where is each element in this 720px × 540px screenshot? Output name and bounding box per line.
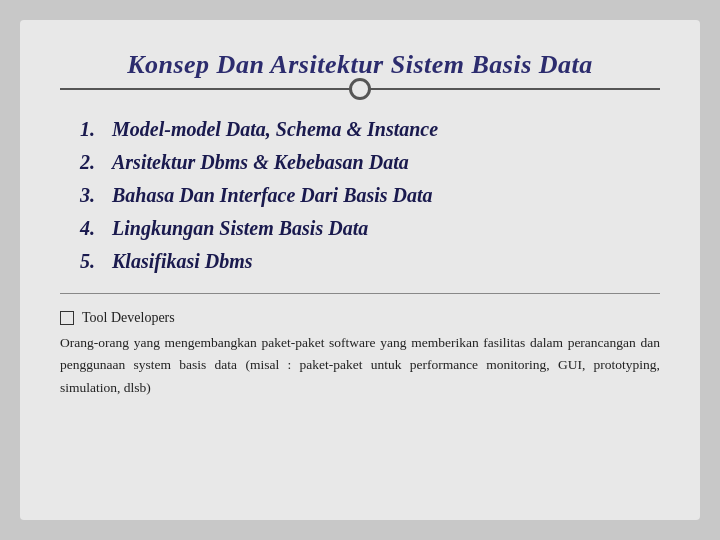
tool-description: Orang-orang yang mengembangkan paket-pak… xyxy=(60,332,660,399)
list-number: 4. xyxy=(80,217,112,240)
title-circle-decoration xyxy=(349,78,371,100)
checkbox-icon xyxy=(60,311,74,325)
list-item-text: Bahasa Dan Interface Dari Basis Data xyxy=(112,184,433,207)
list-item-text: Arsitektur Dbms & Kebebasan Data xyxy=(112,151,409,174)
list-item: 4.Lingkungan Sistem Basis Data xyxy=(80,217,660,240)
list-item-text: Model-model Data, Schema & Instance xyxy=(112,118,438,141)
slide-container: Konsep Dan Arsitektur Sistem Basis Data … xyxy=(20,20,700,520)
list-number: 1. xyxy=(80,118,112,141)
list-number: 2. xyxy=(80,151,112,174)
list-number: 5. xyxy=(80,250,112,273)
list-item: 1.Model-model Data, Schema & Instance xyxy=(80,118,660,141)
list-item-text: Klasifikasi Dbms xyxy=(112,250,253,273)
list-item: 2.Arsitektur Dbms & Kebebasan Data xyxy=(80,151,660,174)
tool-header: Tool Developers xyxy=(60,310,660,326)
title-section: Konsep Dan Arsitektur Sistem Basis Data xyxy=(60,50,660,90)
list-section: 1.Model-model Data, Schema & Instance2.A… xyxy=(80,118,660,273)
slide-title: Konsep Dan Arsitektur Sistem Basis Data xyxy=(60,50,660,80)
list-item: 3.Bahasa Dan Interface Dari Basis Data xyxy=(80,184,660,207)
list-item-text: Lingkungan Sistem Basis Data xyxy=(112,217,368,240)
title-underline xyxy=(60,88,660,90)
list-number: 3. xyxy=(80,184,112,207)
tool-label: Tool Developers xyxy=(82,310,175,326)
section-divider xyxy=(60,293,660,294)
tool-section: Tool Developers Orang-orang yang mengemb… xyxy=(60,310,660,399)
list-item: 5.Klasifikasi Dbms xyxy=(80,250,660,273)
